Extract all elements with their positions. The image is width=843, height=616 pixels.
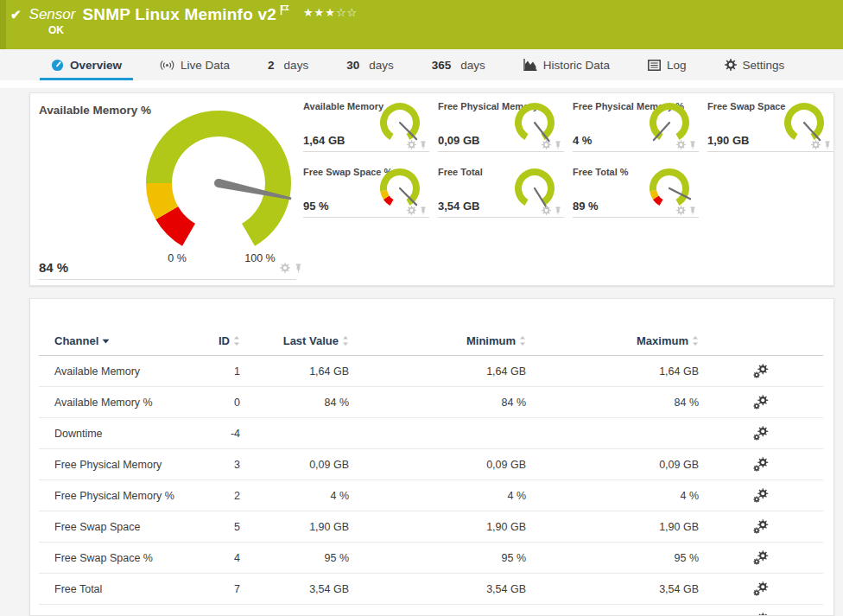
gauge-settings-gear-icon[interactable]: [676, 206, 686, 215]
gauge-icon: [51, 59, 64, 72]
tab-label: Live Data: [181, 59, 230, 72]
gauge-settings-gear-icon[interactable]: [542, 140, 551, 149]
gauge-settings-gear-icon[interactable]: [407, 206, 416, 215]
sort-icon: [692, 335, 699, 346]
cell-maximum: 0,09 GB: [526, 449, 699, 480]
edit-channel-icon[interactable]: [753, 581, 769, 597]
mini-gauge-title: Free Total: [438, 167, 483, 177]
edit-channel-icon[interactable]: [753, 519, 769, 535]
cell-last-value: 1,64 GB: [240, 356, 349, 387]
column-header-last-value[interactable]: Last Value: [240, 330, 349, 356]
status-ok-check-icon: ✔: [10, 7, 22, 22]
tab-log[interactable]: Log: [637, 49, 698, 80]
gauge-settings-gear-icon[interactable]: [542, 206, 551, 215]
tab-historic-data[interactable]: Historic Data: [512, 49, 621, 80]
gauges-panel: Available Memory % 0 % 100 % 84 % Availa…: [29, 92, 834, 286]
column-header-channel[interactable]: Channel: [39, 330, 203, 356]
gauge-pin-icon[interactable]: [554, 206, 562, 215]
cell-channel: Free Swap Space: [39, 511, 203, 543]
cell-maximum: 1,64 GB: [526, 356, 699, 387]
cell-minimum: 95 %: [349, 543, 526, 574]
tab-bar: Overview Live Data 2 days 30 days 365: [0, 49, 843, 80]
mini-gauge-title: Free Total %: [573, 167, 629, 177]
priority-stars[interactable]: ★★★☆☆: [303, 6, 358, 19]
cell-id: 0: [203, 387, 240, 418]
gauge-pin-icon[interactable]: [554, 141, 562, 149]
column-header-minimum[interactable]: Minimum: [349, 330, 526, 356]
gauge-pin-icon[interactable]: [688, 141, 697, 149]
gauge-min-label: 0 %: [159, 252, 195, 264]
stars-empty: ☆☆: [336, 6, 358, 19]
edit-channel-icon[interactable]: [753, 550, 769, 566]
tab-label: Historic Data: [543, 59, 610, 72]
mini-gauge-value: 0,09 GB: [438, 134, 479, 147]
cell-minimum: 1,90 GB: [349, 511, 526, 543]
tab-live-data[interactable]: Live Data: [149, 49, 241, 80]
cell-maximum: 84 %: [526, 387, 699, 418]
gauge-pin-icon[interactable]: [294, 264, 303, 273]
table-row: Free Swap Space 5 1,90 GB 1,90 GB 1,90 G…: [39, 511, 823, 543]
sort-desc-icon: [102, 339, 110, 344]
cell-minimum: 1,64 GB: [349, 356, 526, 387]
gauge-pin-icon[interactable]: [419, 141, 428, 149]
cell-last-value: 84 %: [240, 387, 349, 418]
gauge-settings-gear-icon[interactable]: [280, 263, 290, 273]
tab-settings[interactable]: Settings: [713, 49, 796, 80]
tab-number: 2: [268, 59, 275, 72]
tab-2-days[interactable]: 2 days: [257, 49, 320, 80]
cell-minimum: [349, 418, 526, 449]
cell-channel: Free Physical Memory: [39, 449, 203, 480]
tab-label: Log: [667, 59, 687, 72]
column-header-maximum[interactable]: Maximum: [526, 330, 699, 356]
mini-gauge-title: Free Swap Space: [707, 101, 786, 111]
mini-gauge-free-total: Free Total % 89 %: [573, 162, 699, 218]
table-header-row: Channel ID Last Value Minimum: [39, 330, 823, 356]
gauge-settings-gear-icon[interactable]: [676, 140, 686, 149]
tab-label: days: [460, 59, 485, 72]
tab-overview[interactable]: Overview: [40, 49, 133, 80]
cell-maximum: 1,90 GB: [526, 511, 699, 543]
tab-label: Overview: [70, 59, 122, 72]
mini-gauge-value: 95 %: [303, 200, 329, 213]
gauge-pin-icon[interactable]: [688, 206, 697, 215]
edit-channel-icon[interactable]: [753, 395, 769, 410]
gauge-pin-icon[interactable]: [823, 141, 832, 149]
cell-maximum: 3,54 GB: [526, 574, 699, 605]
tab-30-days[interactable]: 30 days: [335, 49, 405, 80]
sensor-overview-page: ✔ Sensor SNMP Linux Meminfo v2 ★★★☆☆ OK …: [0, 0, 843, 616]
mini-gauge-value: 89 %: [573, 200, 599, 213]
cell-last-value: 95 %: [240, 543, 349, 574]
sensor-header: ✔ Sensor SNMP Linux Meminfo v2 ★★★☆☆ OK: [0, 0, 843, 49]
cell-divider: [39, 279, 296, 280]
edit-channel-icon[interactable]: [753, 613, 769, 616]
cell-channel: Downtime: [39, 418, 203, 449]
cell-last-value: 89 %: [240, 605, 349, 616]
object-kind-label: Sensor: [29, 6, 76, 23]
priority-flag-icon[interactable]: [280, 3, 289, 19]
cell-last-value: [240, 418, 349, 449]
tab-365-days[interactable]: 365 days: [421, 49, 497, 80]
sort-icon: [519, 335, 526, 346]
mini-gauge-free-physical-memory: Free Physical Memory 0,09 GB: [438, 97, 564, 152]
edit-channel-icon[interactable]: [753, 488, 769, 504]
channels-table: Channel ID Last Value Minimum: [39, 330, 823, 616]
log-list-icon: [648, 60, 661, 71]
gauge-pin-icon[interactable]: [419, 206, 428, 215]
primary-channel-gauge: Available Memory % 0 % 100 % 84 %: [39, 93, 298, 287]
cell-minimum: 3,54 GB: [349, 574, 526, 605]
cell-last-value: 3,54 GB: [240, 574, 349, 605]
cell-id: -4: [203, 418, 240, 449]
column-header-id[interactable]: ID: [203, 330, 240, 356]
cell-channel: Free Total: [39, 574, 203, 605]
cell-maximum: [526, 418, 699, 449]
table-row: Free Swap Space % 4 95 % 95 % 95 %: [39, 543, 823, 574]
table-row: Available Memory 1 1,64 GB 1,64 GB 1,64 …: [39, 356, 823, 387]
edit-channel-icon[interactable]: [753, 426, 769, 441]
gauge-max-label: 100 %: [239, 252, 281, 264]
edit-channel-icon[interactable]: [753, 364, 769, 379]
gauge-settings-gear-icon[interactable]: [811, 140, 821, 149]
mini-gauge-free-swap-space: Free Swap Space 1,90 GB: [707, 97, 833, 152]
cell-maximum: 89 %: [526, 605, 699, 616]
edit-channel-icon[interactable]: [753, 457, 769, 473]
gauge-settings-gear-icon[interactable]: [407, 140, 416, 149]
